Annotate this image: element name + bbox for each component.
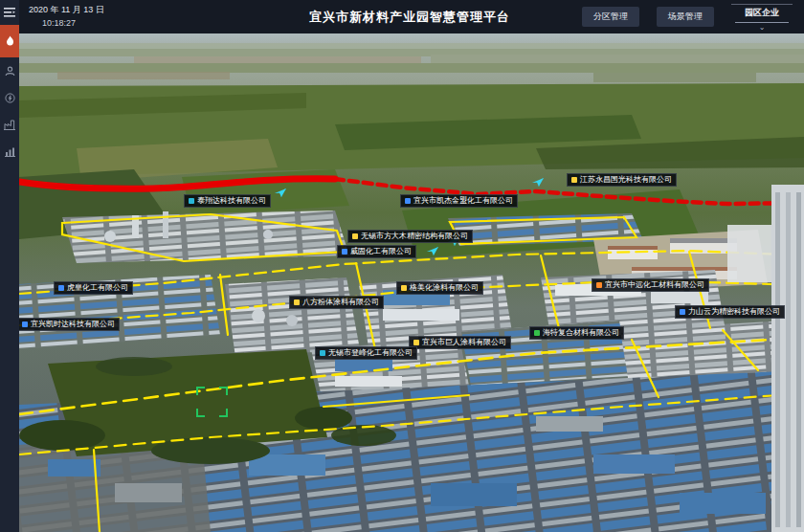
company-marker-icon xyxy=(405,198,411,204)
company-marker-icon xyxy=(680,309,685,315)
company-label-text: 宜兴凯时达科技有限公司 xyxy=(31,321,115,328)
company-marker-icon xyxy=(189,198,194,204)
company-marker-icon xyxy=(22,321,28,327)
selection-target-brackets xyxy=(196,387,228,417)
map-overlays: 泰翔达科技有限公司宜兴市凯杰金盟化工有限公司江苏永昌国光科技有限公司无锡市方大木… xyxy=(19,33,804,532)
chevron-down-icon: ⌄ xyxy=(759,23,766,31)
datetime-display: 2020 年 11 月 13 日 10:18:27 xyxy=(29,4,104,29)
company-label-text: 宜兴市中远化工材料有限公司 xyxy=(605,281,704,289)
company-label[interactable]: 宜兴市凯杰金盟化工有限公司 xyxy=(400,194,518,208)
company-label[interactable]: 宜兴市巨人涂料有限公司 xyxy=(409,336,511,349)
company-marker-icon xyxy=(352,233,358,239)
company-label-text: 力山云为精密科技有限公司 xyxy=(688,308,780,316)
company-marker-icon xyxy=(596,282,602,288)
company-label[interactable]: 海特复合材料有限公司 xyxy=(529,326,624,340)
company-label-text: 虎皇化工有限公司 xyxy=(67,284,128,292)
park-enterprise-dropdown[interactable]: 园区企业 ⌄ xyxy=(731,4,793,31)
iot-sensor-marker[interactable] xyxy=(427,247,438,255)
company-label[interactable]: 宜兴市中远化工材料有限公司 xyxy=(592,278,709,292)
company-label[interactable]: 八方粉体涂料有限公司 xyxy=(289,296,384,309)
iot-sensor-marker[interactable] xyxy=(532,178,544,187)
company-label-text: 海特复合材料有限公司 xyxy=(543,329,619,337)
company-label[interactable]: 虎皇化工有限公司 xyxy=(54,281,133,295)
date-label: 2020 年 11 月 13 日 xyxy=(29,4,104,16)
menu-toggle[interactable] xyxy=(0,0,19,25)
company-marker-icon xyxy=(58,285,64,291)
company-label-text: 无锡市登峰化工有限公司 xyxy=(328,349,413,357)
company-label-text: 泰翔达科技有限公司 xyxy=(197,197,266,205)
power-icon xyxy=(5,93,15,103)
company-marker-icon xyxy=(413,340,419,345)
time-label: 10:18:27 xyxy=(29,17,104,30)
company-label[interactable]: 宜兴凯时达科技有限公司 xyxy=(19,318,120,331)
company-label-text: 江苏永昌国光科技有限公司 xyxy=(580,176,672,184)
company-label[interactable]: 泰翔达科技有限公司 xyxy=(184,194,271,208)
company-label-text: 宜兴市巨人涂料有限公司 xyxy=(422,339,506,346)
scene-management-button[interactable]: 场景管理 xyxy=(657,7,714,27)
header-actions: 分区管理 场景管理 园区企业 ⌄ xyxy=(582,4,804,31)
sidebar-item-energy[interactable] xyxy=(0,84,19,111)
zone-management-button[interactable]: 分区管理 xyxy=(582,7,639,27)
company-label[interactable]: 格美化涂料有限公司 xyxy=(396,281,483,295)
company-label-text: 威固化工有限公司 xyxy=(350,248,412,255)
user-icon xyxy=(5,66,15,77)
park-enterprise-dropdown-label: 园区企业 xyxy=(735,5,789,23)
company-label[interactable]: 威固化工有限公司 xyxy=(337,245,416,258)
company-marker-icon xyxy=(571,177,577,183)
company-label[interactable]: 江苏永昌国光科技有限公司 xyxy=(567,173,677,187)
sidebar-item-statistics[interactable] xyxy=(0,138,19,165)
bar-chart-icon xyxy=(5,146,15,157)
company-label-text: 八方粉体涂料有限公司 xyxy=(302,299,379,306)
sidebar-item-fire-monitor[interactable] xyxy=(0,25,19,57)
company-marker-icon xyxy=(294,299,300,305)
sidebar-item-enterprise[interactable] xyxy=(0,111,19,138)
company-marker-icon xyxy=(401,285,407,291)
page-title: 宜兴市新材料产业园智慧管理平台 xyxy=(309,9,510,26)
company-marker-icon xyxy=(534,330,540,336)
sidebar xyxy=(0,0,19,532)
company-label[interactable]: 无锡市方大木精密结构有限公司 xyxy=(347,230,473,243)
company-label[interactable]: 力山云为精密科技有限公司 xyxy=(675,305,785,319)
factory-icon xyxy=(4,120,15,130)
company-label-text: 宜兴市凯杰金盟化工有限公司 xyxy=(413,197,513,205)
smart-park-platform: 2020 年 11 月 13 日 10:18:27 宜兴市新材料产业园智慧管理平… xyxy=(0,0,804,532)
map-3d-view[interactable]: 泰翔达科技有限公司宜兴市凯杰金盟化工有限公司江苏永昌国光科技有限公司无锡市方大木… xyxy=(19,33,804,532)
sidebar-item-personnel[interactable] xyxy=(0,57,19,84)
company-label[interactable]: 无锡市登峰化工有限公司 xyxy=(315,346,417,360)
top-header: 2020 年 11 月 13 日 10:18:27 宜兴市新材料产业园智慧管理平… xyxy=(19,0,804,33)
fire-icon xyxy=(5,35,15,47)
company-label-text: 格美化涂料有限公司 xyxy=(410,284,479,292)
company-marker-icon xyxy=(342,249,347,255)
menu-icon xyxy=(4,8,15,17)
company-marker-icon xyxy=(320,350,325,356)
company-label-text: 无锡市方大木精密结构有限公司 xyxy=(361,233,468,240)
iot-sensor-marker[interactable] xyxy=(275,188,286,197)
